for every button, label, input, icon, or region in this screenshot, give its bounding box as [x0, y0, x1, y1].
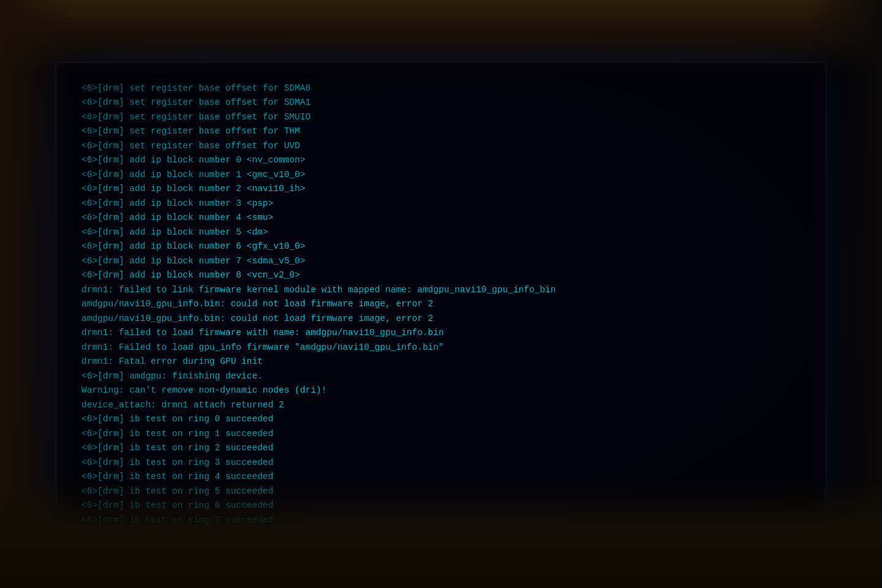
- terminal-line: <6>[drm] set register base offset for SD…: [81, 96, 801, 110]
- terminal-line: <6>[drm] add ip block number 7 <sdma_v5_…: [81, 254, 801, 268]
- terminal-line: <6>[drm] add ip block number 6 <gfx_v10_…: [81, 239, 801, 254]
- terminal-line: device_attach: drmn1 attach returned 2: [81, 398, 801, 412]
- terminal-line: <6>[drm] set register base offset for UV…: [81, 139, 801, 153]
- terminal-line: <6>[drm] amdgpu: finishing device.: [81, 369, 801, 383]
- terminal-line: <6>[drm] ib test on ring 7 succeeded: [81, 513, 801, 525]
- terminal-line: <6>[drm] add ip block number 5 <dm>: [81, 225, 801, 239]
- terminal-line: <6>[drm] ib test on ring 1 succeeded: [81, 427, 801, 441]
- terminal-line: amdgpu/navi10_gpu_info.bin: could not lo…: [81, 297, 801, 311]
- terminal-line: drmn1: Failed to load gpu_info firmware …: [81, 341, 801, 355]
- terminal-line: <6>[drm] add ip block number 3 <psp>: [81, 197, 801, 211]
- terminal-output: <6>[drm] set register base offset for SD…: [57, 63, 825, 525]
- terminal-line: <6>[drm] set register base offset for SD…: [81, 81, 801, 96]
- left-ambient: [0, 0, 74, 588]
- terminal-line: <6>[drm] set register base offset for TH…: [81, 124, 801, 138]
- terminal-line: drmn1: failed to load firmware with name…: [81, 326, 801, 340]
- terminal-line: amdgpu/navi10_gpu_info.bin: could not lo…: [81, 312, 801, 326]
- terminal-line: <6>[drm] add ip block number 2 <navi10_i…: [81, 182, 801, 196]
- terminal-line: drmn1: failed to link firmware kernel mo…: [81, 283, 801, 297]
- terminal-line: <6>[drm] set register base offset for SM…: [81, 110, 801, 124]
- terminal-line: drmn1: Fatal error during GPU init: [81, 355, 801, 369]
- right-ambient: [809, 0, 882, 588]
- terminal-line: <6>[drm] ib test on ring 3 succeeded: [81, 456, 801, 470]
- terminal-line: <6>[drm] ib test on ring 5 succeeded: [81, 484, 801, 499]
- terminal-line: <6>[drm] ib test on ring 0 succeeded: [81, 412, 801, 426]
- photo-frame: <6>[drm] set register base offset for SD…: [0, 0, 882, 588]
- terminal-line: <6>[drm] add ip block number 1 <gmc_v10_…: [81, 168, 801, 182]
- terminal-line: <6>[drm] add ip block number 0 <nv_commo…: [81, 153, 801, 167]
- terminal-line: <6>[drm] ib test on ring 4 succeeded: [81, 470, 801, 484]
- terminal-line: <6>[drm] add ip block number 8 <vcn_v2_0…: [81, 268, 801, 282]
- terminal-line: <6>[drm] add ip block number 4 <smu>: [81, 211, 801, 225]
- monitor-screen: <6>[drm] set register base offset for SD…: [55, 61, 827, 527]
- terminal-line: <6>[drm] ib test on ring 2 succeeded: [81, 441, 801, 455]
- terminal-line: Warning: can't remove non-dynamic nodes …: [81, 383, 801, 398]
- terminal-line: <6>[drm] ib test on ring 6 succeeded: [81, 499, 801, 513]
